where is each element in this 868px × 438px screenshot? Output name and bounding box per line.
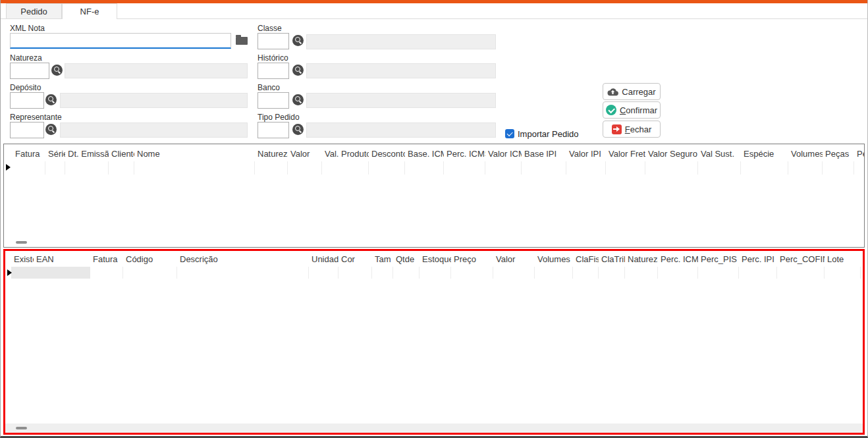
column-header[interactable]: Cliente	[109, 147, 134, 161]
column-header[interactable]: Desconto	[369, 147, 405, 161]
carregar-button[interactable]: Carregar	[603, 83, 661, 100]
grid-cell[interactable]	[788, 161, 823, 175]
grid-cell[interactable]	[573, 267, 599, 279]
grid-cell[interactable]	[698, 161, 741, 175]
invoice-grid-row[interactable]	[4, 161, 865, 175]
column-header[interactable]: Preço	[451, 252, 493, 267]
invoice-grid[interactable]: FaturaSérieDt. EmissãoClienteNomeNaturez…	[3, 144, 865, 248]
grid-cell[interactable]	[177, 267, 309, 279]
column-header[interactable]: Valor IPI	[566, 147, 606, 161]
column-header[interactable]: Base. ICM	[405, 147, 444, 161]
column-header[interactable]: Volumes	[535, 252, 573, 267]
column-header[interactable]: Lote	[825, 252, 861, 267]
grid-cell[interactable]	[109, 161, 134, 175]
magnifier-icon[interactable]	[51, 65, 63, 76]
column-header[interactable]: Valor	[288, 147, 322, 161]
grid-cell[interactable]	[123, 267, 177, 279]
column-header[interactable]: Perc. IPI	[739, 252, 777, 267]
column-header[interactable]: Estoque	[420, 252, 451, 267]
column-header[interactable]: Perc. ICMS	[658, 252, 698, 267]
grid-cell[interactable]	[522, 161, 566, 175]
column-header[interactable]: Descrição	[177, 252, 309, 267]
grid-cell[interactable]	[485, 161, 522, 175]
grid-cell[interactable]	[606, 161, 645, 175]
column-header[interactable]: Valor Frete	[606, 147, 645, 161]
column-header[interactable]: Existe	[11, 252, 34, 267]
magnifier-icon[interactable]	[292, 65, 304, 76]
grid-cell[interactable]	[393, 267, 420, 279]
grid-cell[interactable]	[255, 161, 288, 175]
column-header[interactable]: EAN	[34, 252, 90, 267]
grid-cell[interactable]	[645, 161, 698, 175]
grid-cell[interactable]	[493, 267, 535, 279]
importar-pedido-checkbox[interactable]	[505, 129, 514, 138]
grid-cell[interactable]	[535, 267, 573, 279]
column-header[interactable]: Fatura	[90, 252, 123, 267]
tipo-pedido-code-input[interactable]	[258, 122, 289, 138]
fechar-button[interactable]: Fechar	[603, 121, 661, 138]
grid-cell[interactable]	[13, 161, 45, 175]
grid-cell[interactable]	[599, 267, 625, 279]
column-header[interactable]: Valor Seguro	[645, 147, 698, 161]
grid-cell[interactable]	[11, 267, 34, 279]
magnifier-icon[interactable]	[292, 124, 304, 135]
grid-cell[interactable]	[658, 267, 698, 279]
column-header[interactable]: Dt. Emissão	[65, 147, 109, 161]
natureza-code-input[interactable]	[10, 63, 49, 79]
column-header[interactable]: Val Sust.	[698, 147, 741, 161]
horizontal-scrollbar-thumb[interactable]	[16, 427, 27, 429]
column-header[interactable]: Val. Produto	[322, 147, 369, 161]
item-grid[interactable]: ExisteEANFaturaCódigoDescriçãoUnidadeCor…	[3, 249, 865, 435]
grid-cell[interactable]	[288, 161, 322, 175]
grid-cell[interactable]	[45, 161, 65, 175]
grid-cell[interactable]	[34, 267, 90, 279]
horizontal-scrollbar-thumb[interactable]	[16, 241, 27, 244]
grid-cell[interactable]	[90, 267, 123, 279]
confirmar-button[interactable]: Confirmar	[603, 101, 661, 119]
grid-cell[interactable]	[369, 161, 405, 175]
grid-cell[interactable]	[134, 161, 255, 175]
grid-cell[interactable]	[698, 267, 739, 279]
column-header[interactable]: Natureza	[255, 147, 288, 161]
tab-nfe[interactable]: NF-e	[62, 3, 117, 19]
column-header[interactable]: Valor	[493, 252, 535, 267]
grid-cell[interactable]	[739, 267, 777, 279]
column-header[interactable]: Perc_COFIN	[777, 252, 825, 267]
grid-cell[interactable]	[451, 267, 493, 279]
xml-nota-input[interactable]	[10, 33, 231, 49]
magnifier-icon[interactable]	[292, 94, 304, 105]
magnifier-icon[interactable]	[292, 35, 304, 46]
representante-code-input[interactable]	[10, 122, 44, 138]
column-header[interactable]: Base IPI	[522, 147, 566, 161]
grid-cell[interactable]	[823, 161, 854, 175]
grid-cell[interactable]	[777, 267, 825, 279]
column-header[interactable]: ClaTrib	[599, 252, 625, 267]
grid-cell[interactable]	[825, 267, 861, 279]
column-header[interactable]: Valor ICM	[485, 147, 522, 161]
grid-cell[interactable]	[405, 161, 444, 175]
column-header[interactable]: Nome	[134, 147, 255, 161]
grid-cell[interactable]	[741, 161, 788, 175]
column-header[interactable]: Qtde	[393, 252, 420, 267]
folder-icon[interactable]	[236, 37, 248, 45]
column-header[interactable]: Tam	[372, 252, 393, 267]
column-header[interactable]: Série	[45, 147, 65, 161]
grid-cell[interactable]	[444, 161, 485, 175]
column-header[interactable]: Perc_PIS	[698, 252, 739, 267]
column-header[interactable]: Unidade	[309, 252, 339, 267]
grid-cell[interactable]	[854, 161, 865, 175]
historico-code-input[interactable]	[258, 63, 289, 79]
grid-cell[interactable]	[566, 161, 606, 175]
column-header[interactable]: Peças	[823, 147, 854, 161]
column-header[interactable]: Volumes	[788, 147, 823, 161]
grid-cell[interactable]	[322, 161, 369, 175]
grid-cell[interactable]	[372, 267, 393, 279]
item-grid-row[interactable]	[5, 267, 861, 279]
magnifier-icon[interactable]	[45, 124, 57, 135]
column-header[interactable]: Cor	[339, 252, 372, 267]
column-header[interactable]: Perc. ICMS	[444, 147, 485, 161]
grid-cell[interactable]	[625, 267, 658, 279]
column-header[interactable]: Natureza	[625, 252, 658, 267]
tab-pedido[interactable]: Pedido	[6, 3, 62, 18]
grid-cell[interactable]	[309, 267, 339, 279]
